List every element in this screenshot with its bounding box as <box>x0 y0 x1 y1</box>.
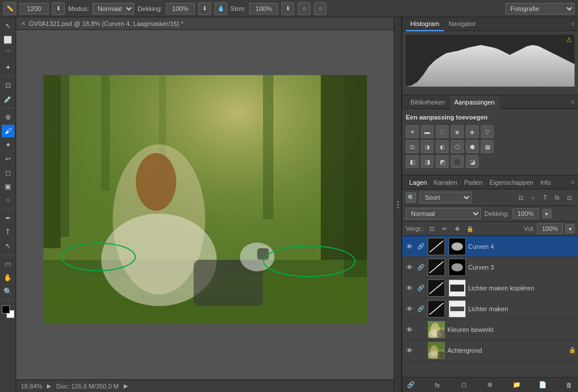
hand-tool[interactable]: ✋ <box>2 271 14 284</box>
new-group-btn[interactable]: 📁 <box>512 380 522 390</box>
tab-aanpassingen[interactable]: Aanpassingen <box>450 95 499 109</box>
saturation-icon[interactable]: ▽ <box>481 125 494 138</box>
layers-type-icon[interactable]: T <box>540 192 550 203</box>
brush-size-input[interactable]: 1200 <box>20 3 49 14</box>
canvas-viewport[interactable] <box>16 30 394 379</box>
link-layers-btn[interactable]: 🔗 <box>406 380 416 390</box>
doc-size-arrow-btn[interactable]: ▶ <box>124 383 128 389</box>
dodge-tool[interactable]: ○ <box>2 194 14 207</box>
type-tool[interactable]: T <box>2 226 14 238</box>
tab-paden[interactable]: Paden <box>461 176 486 189</box>
strm-input[interactable]: 100% <box>249 3 278 14</box>
layer-link-icon[interactable]: 🔗 <box>416 242 425 251</box>
layers-search-icon[interactable]: 🔍 <box>406 192 416 203</box>
layers-extra-icon[interactable]: ⊡ <box>564 192 575 203</box>
rectangular-select-tool[interactable]: ⬜ <box>2 33 14 46</box>
vul-input[interactable]: 100% <box>537 223 563 234</box>
selectivecolor-icon[interactable]: ⬛ <box>451 155 464 168</box>
layer-visibility-eye[interactable]: 👁 <box>405 263 414 272</box>
status-arrow-btn[interactable]: ▶ <box>47 383 51 389</box>
eyedropper-tool[interactable]: 💉 <box>2 93 14 106</box>
gradient-tool[interactable]: ▣ <box>2 180 14 193</box>
adjustments-panel-menu[interactable]: ≡ <box>571 99 575 105</box>
tab-eigenschappen[interactable]: Eigenschappen <box>486 176 537 189</box>
new-adjustment-layer-btn[interactable]: ⊕ <box>485 380 495 390</box>
layers-sort-select[interactable]: Soort <box>420 192 472 203</box>
photo-filter-icon[interactable]: ⬡ <box>451 140 464 153</box>
layer-link-icon[interactable]: 🔗 <box>416 263 425 272</box>
layers-fx-icon[interactable]: fx <box>552 192 562 203</box>
layer-item[interactable]: 👁 Achtergrond 🔒 <box>402 340 578 361</box>
lookup-icon[interactable]: ◪ <box>466 155 479 168</box>
layer-link-icon[interactable]: 🔗 <box>416 283 425 293</box>
new-layer-btn[interactable]: 📄 <box>538 380 548 390</box>
vibrance-icon[interactable]: ◈ <box>466 125 479 138</box>
spot-heal-tool[interactable]: ⊕ <box>2 111 14 124</box>
add-layer-style-btn[interactable]: fx <box>432 380 443 390</box>
magic-wand-tool[interactable]: ✦ <box>2 61 14 74</box>
lock-paint-icon[interactable]: ✏ <box>439 223 450 234</box>
lasso-tool[interactable]: ⌒ <box>2 47 14 60</box>
layer-item[interactable]: 👁 🔗 Curven 4 <box>402 236 578 257</box>
shape-tool[interactable]: ▭ <box>2 257 14 270</box>
histogram-panel-menu[interactable]: ≡ <box>571 21 575 27</box>
layer-item[interactable]: 👁 Kleuren bewerkt <box>402 319 578 340</box>
strm-options-icon[interactable]: ⬇ <box>281 2 294 15</box>
canvas-image[interactable] <box>43 75 367 323</box>
colorgradient-icon[interactable]: ▦ <box>481 140 494 153</box>
levels-icon[interactable]: ▬ <box>421 125 433 138</box>
opacity-dropdown-icon[interactable]: ▾ <box>542 209 551 218</box>
threshold-icon[interactable]: ◩ <box>436 155 449 168</box>
dekking-input[interactable]: 100% <box>166 3 195 14</box>
workspace-select[interactable]: Fotografie <box>505 3 575 14</box>
lock-transparent-icon[interactable]: ⊡ <box>427 223 437 234</box>
foreground-color-swatch[interactable] <box>2 305 10 313</box>
brush-tool[interactable]: 🖌 <box>2 125 14 137</box>
exposure-icon[interactable]: ◈ <box>451 125 464 138</box>
path-select-tool[interactable]: ↖ <box>2 240 14 252</box>
blend-mode-select[interactable]: Normaal <box>406 208 481 219</box>
layer-visibility-eye[interactable]: 👁 <box>405 283 414 293</box>
zoom-tool[interactable]: 🔍 <box>2 285 14 298</box>
tool-options-icon[interactable]: ✏️ <box>3 2 16 15</box>
layer-visibility-eye[interactable]: 👁 <box>405 304 414 313</box>
layers-mask-icon[interactable]: ○ <box>528 192 538 203</box>
brightness-icon[interactable]: ☀ <box>406 125 418 138</box>
add-mask-btn[interactable]: ◻ <box>458 380 469 390</box>
layer-visibility-eye[interactable]: 👁 <box>405 242 414 251</box>
tab-histogram[interactable]: Histogram <box>406 17 444 31</box>
vul-dropdown-icon[interactable]: ▾ <box>565 224 575 233</box>
pen-tool[interactable]: ✒ <box>2 212 14 225</box>
posterize-icon[interactable]: ◨ <box>421 155 433 168</box>
tab-info[interactable]: Info <box>537 176 554 189</box>
tab-navigator[interactable]: Navigator <box>444 17 480 31</box>
layers-panel-menu[interactable]: ≡ <box>571 179 575 185</box>
panel-collapse-bar[interactable] <box>394 17 402 392</box>
modus-select[interactable]: Normaal <box>92 3 134 14</box>
eraser-tool[interactable]: ◻ <box>2 166 14 179</box>
tab-lagen[interactable]: Lagen <box>406 176 431 189</box>
airbrush-icon[interactable]: 💧 <box>214 2 227 15</box>
foreground-background-colors[interactable] <box>2 305 14 318</box>
channel-mixer-icon[interactable]: ⬢ <box>466 140 479 153</box>
layer-item[interactable]: 👁 🔗 Lichter maken kopi <box>402 278 578 298</box>
layer-visibility-eye[interactable]: 👁 <box>405 346 414 355</box>
curves-icon[interactable]: ◌ <box>436 125 449 138</box>
invert-icon[interactable]: ◧ <box>406 155 418 168</box>
layer-visibility-eye[interactable]: 👁 <box>405 325 414 334</box>
clone-stamp-tool[interactable]: ✦ <box>2 139 14 151</box>
stylus-icon2[interactable]: ○ <box>314 2 327 15</box>
move-tool[interactable]: ↖ <box>2 20 14 32</box>
crop-tool[interactable]: ⊡ <box>2 79 14 92</box>
layer-link-icon[interactable]: 🔗 <box>416 304 425 313</box>
tab-kanalen[interactable]: Kanalen <box>431 176 461 189</box>
colorbalance-icon[interactable]: ⚖ <box>406 140 418 153</box>
history-brush-tool[interactable]: ↩ <box>2 152 14 165</box>
layer-item[interactable]: 👁 🔗 Curven 3 <box>402 257 578 278</box>
delete-layer-btn[interactable]: 🗑 <box>564 380 575 390</box>
stylus-icon1[interactable]: ○ <box>298 2 310 15</box>
brush-options-icon[interactable]: ⬇ <box>52 2 65 15</box>
blackwhite-icon[interactable]: ◐ <box>436 140 449 153</box>
layer-item[interactable]: 👁 🔗 Lichter maken <box>402 298 578 319</box>
doc-tab-close-btn[interactable]: ✕ <box>21 20 25 27</box>
